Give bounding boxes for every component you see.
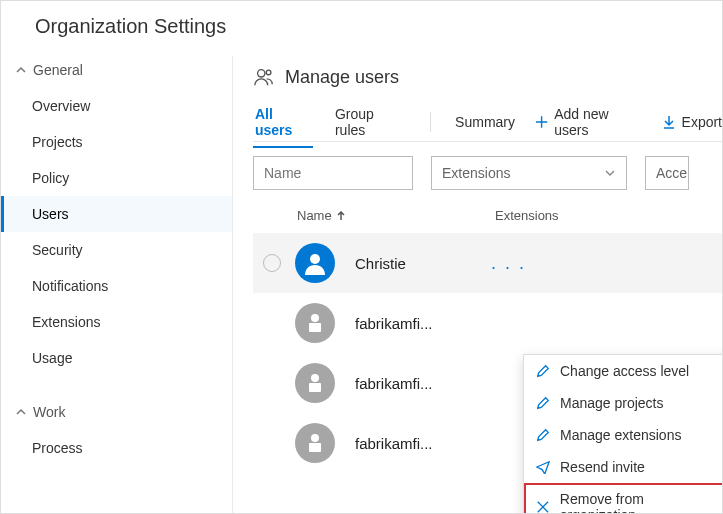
avatar: [295, 423, 335, 463]
column-header-extensions[interactable]: Extensions: [495, 208, 722, 223]
sidebar-item-overview[interactable]: Overview: [1, 88, 232, 124]
toolbar-add-users[interactable]: Add new users: [535, 106, 642, 138]
menu-label: Manage projects: [560, 395, 664, 411]
user-row[interactable]: fabrikamfi...: [253, 293, 722, 353]
column-name-label: Name: [297, 208, 332, 223]
pencil-icon: [536, 428, 550, 442]
separator: [430, 112, 431, 132]
filter-access-select[interactable]: Acce: [645, 156, 689, 190]
user-name: fabrikamfi...: [355, 375, 475, 392]
menu-manage-extensions[interactable]: Manage extensions: [524, 419, 723, 451]
menu-change-access[interactable]: Change access level: [524, 355, 723, 387]
close-icon: [536, 500, 550, 514]
sidebar-section-label: Work: [33, 404, 65, 420]
chevron-up-icon: [15, 406, 27, 418]
sidebar-item-security[interactable]: Security: [1, 232, 232, 268]
menu-manage-projects[interactable]: Manage projects: [524, 387, 723, 419]
avatar: [295, 243, 335, 283]
users-icon: [253, 66, 275, 88]
sidebar-section-general[interactable]: General: [1, 56, 232, 88]
toolbar-export[interactable]: Export: [662, 114, 722, 130]
sidebar-item-notifications[interactable]: Notifications: [1, 268, 232, 304]
sidebar-item-policy[interactable]: Policy: [1, 160, 232, 196]
service-account-icon: [303, 371, 327, 395]
main-header: Manage users: [253, 56, 722, 102]
sort-up-icon: [336, 211, 346, 221]
row-actions-button[interactable]: . . .: [485, 249, 532, 278]
user-row[interactable]: Christie . . .: [253, 233, 722, 293]
svg-point-0: [258, 70, 265, 77]
download-icon: [662, 115, 676, 129]
column-headers: Name Extensions: [253, 202, 722, 233]
filter-extensions-label: Extensions: [442, 165, 510, 181]
filters-row: Extensions Acce: [253, 142, 722, 202]
svg-point-3: [311, 314, 319, 322]
menu-label: Resend invite: [560, 459, 645, 475]
avatar: [295, 303, 335, 343]
menu-label: Change access level: [560, 363, 689, 379]
toolbar-add-users-label: Add new users: [554, 106, 641, 138]
svg-point-7: [311, 434, 319, 442]
plus-icon: [535, 115, 548, 129]
svg-point-1: [266, 70, 271, 75]
tab-all-users[interactable]: All users: [253, 96, 313, 148]
service-account-icon: [303, 311, 327, 335]
menu-remove-from-org[interactable]: Remove from organization: [524, 483, 723, 514]
person-icon: [303, 251, 327, 275]
tabs-row: All users Group rules Summary Add new us…: [253, 102, 722, 142]
sidebar-item-projects[interactable]: Projects: [1, 124, 232, 160]
tab-group-rules[interactable]: Group rules: [333, 96, 406, 148]
page-title: Organization Settings: [1, 1, 722, 56]
sidebar-section-label: General: [33, 62, 83, 78]
filter-access-label: Acce: [656, 165, 687, 181]
sidebar-item-users[interactable]: Users: [1, 196, 232, 232]
app-root: Organization Settings General Overview P…: [0, 0, 723, 514]
sidebar: General Overview Projects Policy Users S…: [1, 56, 233, 513]
svg-point-5: [311, 374, 319, 382]
filter-name-input[interactable]: [253, 156, 413, 190]
sidebar-item-extensions[interactable]: Extensions: [1, 304, 232, 340]
user-name: Christie: [355, 255, 475, 272]
toolbar-summary[interactable]: Summary: [455, 114, 515, 130]
main-header-title: Manage users: [285, 67, 399, 88]
svg-point-2: [310, 254, 320, 264]
user-name: fabrikamfi...: [355, 315, 475, 332]
sidebar-section-work[interactable]: Work: [1, 398, 232, 430]
service-account-icon: [303, 431, 327, 455]
menu-resend-invite[interactable]: Resend invite: [524, 451, 723, 483]
pencil-icon: [536, 396, 550, 410]
chevron-up-icon: [15, 64, 27, 76]
user-name: fabrikamfi...: [355, 435, 475, 452]
sidebar-item-process[interactable]: Process: [1, 430, 232, 466]
avatar: [295, 363, 335, 403]
filter-extensions-select[interactable]: Extensions: [431, 156, 627, 190]
chevron-down-icon: [604, 167, 616, 179]
body: General Overview Projects Policy Users S…: [1, 56, 722, 513]
pencil-icon: [536, 364, 550, 378]
svg-rect-4: [309, 323, 321, 332]
column-header-name[interactable]: Name: [297, 208, 495, 223]
svg-rect-8: [309, 443, 321, 452]
svg-rect-6: [309, 383, 321, 392]
sidebar-item-usage[interactable]: Usage: [1, 340, 232, 376]
menu-label: Manage extensions: [560, 427, 681, 443]
context-menu: Change access level Manage projects Mana…: [523, 354, 723, 514]
row-select-radio[interactable]: [263, 254, 281, 272]
toolbar-export-label: Export: [682, 114, 722, 130]
menu-label: Remove from organization: [560, 491, 722, 514]
send-icon: [536, 460, 550, 474]
